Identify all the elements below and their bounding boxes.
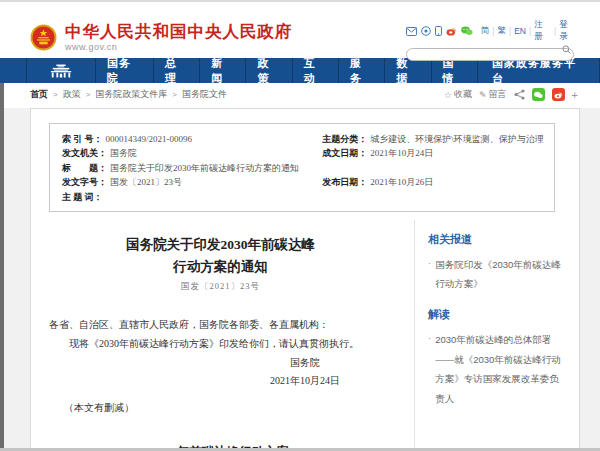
window-left-edge bbox=[0, 83, 4, 451]
gov-cn-page: 中华人民共和国中央人民政府 www.gov.cn bbox=[0, 0, 600, 451]
nav-home[interactable] bbox=[26, 58, 96, 83]
document-body: 国务院关于印发2030年前碳达峰 行动方案的通知 国发〔2021〕23号 各省、… bbox=[31, 220, 414, 451]
star-icon: ☆ bbox=[444, 90, 452, 100]
comment-button[interactable]: ✎ 留言 bbox=[479, 88, 507, 101]
nav-item-policy[interactable]: 政策 bbox=[246, 58, 292, 83]
mail-icon[interactable] bbox=[406, 27, 417, 36]
mobile-icon[interactable] bbox=[435, 26, 442, 36]
signature-block: 国务院 2021年10月24日 bbox=[270, 354, 340, 390]
signer: 国务院 bbox=[270, 354, 340, 372]
content-background: 索 引 号： 000014349/2021-00096 发文机关： 国务院 标 … bbox=[0, 108, 600, 451]
meta-written-date: 成文日期： 2021年10月24日 bbox=[322, 147, 544, 162]
nav-item-state-council[interactable]: 国务院 bbox=[96, 58, 154, 83]
share-icon[interactable] bbox=[514, 89, 525, 100]
nav-item-premier[interactable]: 总理 bbox=[154, 58, 200, 83]
meta-issuing-agency: 发文机关： 国务院 bbox=[62, 147, 322, 162]
nav-item-data[interactable]: 数据 bbox=[385, 58, 431, 83]
window-top-edge bbox=[0, 0, 600, 2]
bullet-icon: · bbox=[428, 255, 431, 294]
crumb-state-council-docs: 国务院文件 bbox=[182, 88, 227, 101]
meta-keywords: 主 题 词： bbox=[62, 190, 322, 205]
meta-doc-number: 发文字号： 国发〔2021〕23号 bbox=[62, 176, 322, 191]
link-login[interactable]: 登录 bbox=[559, 19, 576, 43]
related-sidebar: 相关报道 · 国务院印发《2030年前碳达峰行动方案》 解读 · 2030年前碳… bbox=[414, 220, 579, 451]
link-english[interactable]: EN bbox=[514, 26, 526, 36]
document-title: 国务院关于印发2030年前碳达峰 行动方案的通知 bbox=[49, 234, 392, 279]
related-report-link[interactable]: · 国务院印发《2030年前碳达峰行动方案》 bbox=[428, 255, 565, 294]
document-panel: 索 引 号： 000014349/2021-00096 发文机关： 国务院 标 … bbox=[30, 108, 580, 451]
document-salutation: 各省、自治区、直辖市人民政府，国务院各部委、各直属机构： bbox=[49, 315, 392, 334]
site-url: www.gov.cn bbox=[65, 42, 293, 52]
crumb-policy-library[interactable]: 国务院政策文件库 bbox=[95, 88, 167, 101]
site-search-input[interactable] bbox=[406, 48, 574, 61]
language-account-links: 简| 繁| EN| 注册| 登录 bbox=[481, 19, 576, 43]
meta-index-number: 索 引 号： 000014349/2021-00096 bbox=[62, 132, 322, 147]
crumb-separator: > bbox=[172, 90, 177, 99]
nav-item-news[interactable]: 新闻 bbox=[200, 58, 246, 83]
national-emblem-icon bbox=[30, 24, 57, 51]
breadcrumb: 首页 > 政策 > 国务院政策文件库 > 国务院文件 bbox=[30, 88, 227, 101]
meta-empty-row bbox=[322, 161, 544, 176]
crumb-policy[interactable]: 政策 bbox=[63, 88, 81, 101]
link-register[interactable]: 注册 bbox=[534, 19, 551, 43]
header-utilities: 简| 繁| EN| 注册| 登录 bbox=[406, 25, 576, 61]
nav-item-services[interactable]: 服务 bbox=[339, 58, 385, 83]
related-reports-heading: 相关报道 bbox=[428, 232, 565, 247]
link-simplified[interactable]: 简 bbox=[481, 25, 490, 37]
site-brand[interactable]: 中华人民共和国中央人民政府 www.gov.cn bbox=[30, 22, 293, 52]
interpretation-heading: 解读 bbox=[428, 307, 565, 322]
meta-title: 标 题： 国务院关于印发2030年前碳达峰行动方案的通知 bbox=[62, 161, 322, 176]
breadcrumb-row: 首页 > 政策 > 国务院政策文件库 > 国务院文件 ☆ 收藏 ✎ 留言 bbox=[0, 83, 600, 106]
sign-date: 2021年10月24日 bbox=[270, 372, 340, 390]
search-icon[interactable] bbox=[562, 45, 571, 54]
page-tools: ☆ 收藏 ✎ 留言 bbox=[444, 88, 578, 101]
site-header: 中华人民共和国中央人民政府 www.gov.cn bbox=[0, 0, 600, 58]
favorite-button[interactable]: ☆ 收藏 bbox=[444, 88, 472, 101]
nav-item-gov-service-platform[interactable]: 国家政务服务平台 bbox=[478, 58, 600, 83]
nav-item-interaction[interactable]: 互动 bbox=[293, 58, 339, 83]
crumb-separator: > bbox=[53, 90, 58, 99]
crumb-home[interactable]: 首页 bbox=[30, 88, 48, 101]
wechat-icon[interactable] bbox=[461, 26, 473, 36]
site-title: 中华人民共和国中央人民政府 bbox=[65, 22, 293, 40]
document-number: 国发〔2021〕23号 bbox=[49, 281, 392, 293]
wechat-share-icon[interactable] bbox=[532, 88, 545, 101]
main-nav: 国务院 总理 新闻 政策 互动 服务 数据 国情 国家政务服务平台 bbox=[0, 58, 600, 83]
document-paragraph: 现将《2030年前碳达峰行动方案》印发给你们，请认真贯彻执行。 bbox=[49, 334, 392, 353]
crumb-separator: > bbox=[86, 90, 91, 99]
meta-publish-date: 发布日期： 2021年10月26日 bbox=[322, 176, 544, 191]
weibo-share-icon[interactable] bbox=[552, 88, 565, 101]
pencil-icon: ✎ bbox=[479, 90, 487, 100]
more-tools-button[interactable]: + bbox=[572, 89, 578, 101]
rss-icon[interactable] bbox=[421, 26, 431, 36]
tiananmen-home-icon bbox=[49, 64, 73, 78]
weibo-icon[interactable] bbox=[446, 26, 457, 36]
bullet-icon: · bbox=[428, 330, 431, 408]
document-meta-box: 索 引 号： 000014349/2021-00096 发文机关： 国务院 标 … bbox=[49, 123, 555, 212]
interpretation-link[interactable]: · 2030年前碳达峰的总体部署——就《2030年前碳达峰行动方案》专访国家发展… bbox=[428, 330, 565, 408]
link-traditional[interactable]: 繁 bbox=[497, 25, 506, 37]
meta-subject-category: 主题分类： 城乡建设、环境保护\环境监测、保护与治理 bbox=[322, 132, 544, 147]
abridged-note: （本文有删减） bbox=[49, 390, 392, 417]
nav-item-national-conditions[interactable]: 国情 bbox=[432, 58, 478, 83]
